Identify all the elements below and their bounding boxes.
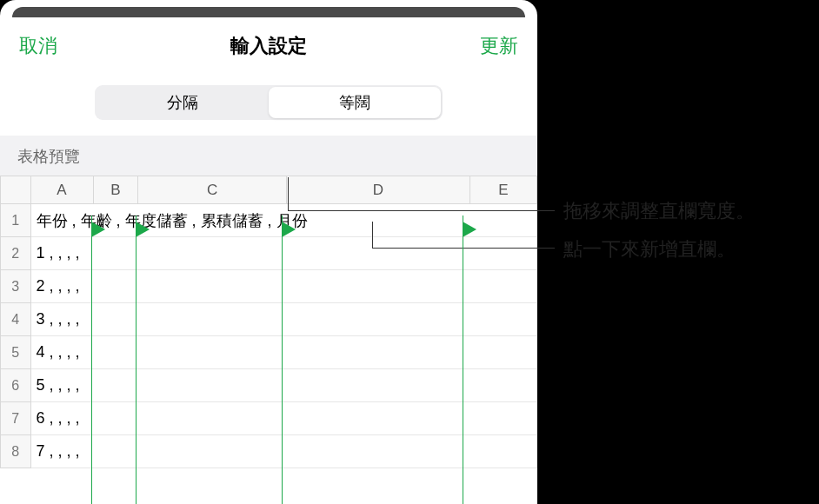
table-preview[interactable]: A B C D E 1 年份 , 年齡 , 年度儲蓄 , 累積儲蓄 , 月份 2… bbox=[0, 176, 537, 468]
table-row: 1 年份 , 年齡 , 年度儲蓄 , 累積儲蓄 , 月份 bbox=[1, 204, 537, 237]
data-cell[interactable]: 1 , , , , bbox=[30, 237, 537, 270]
data-cell[interactable]: 5 , , , , bbox=[30, 369, 537, 402]
modal-header: 取消 輸入設定 更新 bbox=[0, 17, 537, 73]
table-row: 4 3 , , , , bbox=[1, 303, 537, 336]
callout-leader-line bbox=[288, 177, 289, 210]
column-header[interactable]: C bbox=[138, 176, 286, 204]
table-row: 5 4 , , , , bbox=[1, 336, 537, 369]
row-header[interactable]: 8 bbox=[1, 435, 31, 468]
modal-background-shadow bbox=[12, 7, 525, 17]
row-header[interactable]: 3 bbox=[1, 270, 31, 303]
preview-label: 表格預覽 bbox=[0, 136, 537, 176]
callout-drag-width: 拖移來調整直欄寬度。 bbox=[563, 198, 755, 224]
preview-table: A B C D E 1 年份 , 年齡 , 年度儲蓄 , 累積儲蓄 , 月份 2… bbox=[0, 176, 537, 468]
column-header[interactable]: A bbox=[30, 176, 93, 204]
column-boundary-handle-icon[interactable] bbox=[136, 222, 150, 237]
callout-leader-line bbox=[372, 222, 373, 248]
update-button[interactable]: 更新 bbox=[480, 33, 518, 59]
data-cell[interactable]: 6 , , , , bbox=[30, 402, 537, 435]
segment-fixed-width[interactable]: 等闊 bbox=[269, 87, 441, 118]
table-row: 8 7 , , , , bbox=[1, 435, 537, 468]
import-mode-segmented-control[interactable]: 分隔 等闊 bbox=[95, 85, 443, 120]
column-header[interactable]: B bbox=[93, 176, 138, 204]
column-boundary-handle-icon[interactable] bbox=[282, 222, 296, 237]
segment-delimited[interactable]: 分隔 bbox=[97, 87, 269, 118]
column-header-row: A B C D E bbox=[1, 176, 537, 204]
data-cell[interactable]: 7 , , , , bbox=[30, 435, 537, 468]
column-boundary-line[interactable] bbox=[282, 216, 283, 504]
corner-cell bbox=[1, 176, 31, 204]
cancel-button[interactable]: 取消 bbox=[19, 33, 57, 59]
column-boundary-handle-icon[interactable] bbox=[463, 222, 476, 237]
callout-leader-line bbox=[288, 210, 555, 211]
column-boundary-handle-icon[interactable] bbox=[91, 222, 105, 237]
callout-leader-line bbox=[372, 248, 555, 249]
row-header[interactable]: 1 bbox=[1, 204, 31, 237]
callout-tap-add: 點一下來新增直欄。 bbox=[563, 236, 736, 262]
row-header[interactable]: 4 bbox=[1, 303, 31, 336]
modal-body: 取消 輸入設定 更新 分隔 等闊 表格預覽 bbox=[0, 17, 537, 504]
column-boundary-line[interactable] bbox=[463, 216, 463, 504]
row-header[interactable]: 7 bbox=[1, 402, 31, 435]
table-row: 2 1 , , , , bbox=[1, 237, 537, 270]
modal-title: 輸入設定 bbox=[230, 33, 307, 59]
column-boundary-line[interactable] bbox=[136, 216, 136, 504]
data-cell[interactable]: 3 , , , , bbox=[30, 303, 537, 336]
table-row: 6 5 , , , , bbox=[1, 369, 537, 402]
row-header[interactable]: 5 bbox=[1, 336, 31, 369]
table-row: 7 6 , , , , bbox=[1, 402, 537, 435]
row-header[interactable]: 6 bbox=[1, 369, 31, 402]
column-header[interactable]: D bbox=[286, 176, 469, 204]
import-settings-modal: 取消 輸入設定 更新 分隔 等闊 表格預覽 bbox=[0, 0, 537, 504]
table-row: 3 2 , , , , bbox=[1, 270, 537, 303]
data-cell[interactable]: 4 , , , , bbox=[30, 336, 537, 369]
column-header[interactable]: E bbox=[469, 176, 536, 204]
row-header[interactable]: 2 bbox=[1, 237, 31, 270]
data-cell[interactable]: 2 , , , , bbox=[30, 270, 537, 303]
preview-section: 表格預覽 A B C D bbox=[0, 136, 537, 468]
column-boundary-line[interactable] bbox=[91, 216, 92, 504]
